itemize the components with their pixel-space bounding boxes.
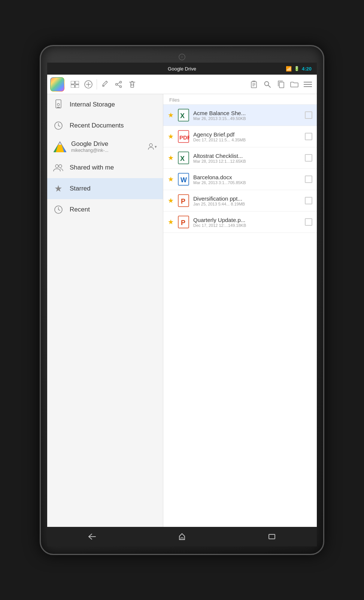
copy-button[interactable] [275, 78, 287, 90]
svg-line-19 [268, 85, 270, 87]
svg-text:PDF: PDF [179, 134, 189, 141]
file-meta-diversification-ppt: Jan 25, 2013 5:44... 8.19MB [193, 202, 302, 206]
file-type-icon-barcelona-docx: W [177, 172, 190, 186]
share-button[interactable] [113, 78, 125, 90]
file-type-icon-diversification-ppt: P [177, 194, 190, 207]
file-name-diversification-ppt: Diversification ppt... [193, 195, 302, 202]
svg-line-29 [58, 126, 60, 126]
star-icon-acme-balance[interactable]: ★ [168, 111, 174, 119]
drive-info: Google Drive mikechang@ink-... [71, 140, 143, 153]
recent-documents-icon [53, 120, 64, 131]
star-icon-barcelona-docx[interactable]: ★ [168, 175, 174, 183]
file-item-barcelona-docx[interactable]: ★ W Barcelona.docx Mar 26, 2013 3:1...70… [163, 169, 317, 190]
file-info-quarterly-update: Quarterly Update.p... Dec 17, 2012 12:..… [193, 217, 302, 228]
body-layout: Internal Storage Recent Documents [47, 94, 317, 527]
file-info-agency-brief: Agency Brief.pdf Dec 17, 2012 11:5... 4.… [193, 131, 302, 142]
battery-icon: 🔋 [294, 66, 300, 71]
sidebar: Internal Storage Recent Documents [47, 94, 163, 527]
internal-storage-label: Internal Storage [70, 101, 115, 108]
svg-point-34 [55, 165, 58, 168]
svg-point-35 [59, 165, 62, 168]
file-meta-agency-brief: Dec 17, 2012 11:5... 4.35MB [193, 138, 302, 142]
bottom-nav [47, 527, 317, 546]
camera [179, 54, 185, 60]
screen-area: Google Drive 📶 🔋 4:20 [47, 63, 317, 546]
svg-rect-53 [269, 534, 275, 539]
file-checkbox-quarterly-update[interactable] [305, 218, 312, 226]
file-type-icon-altostrat-checklist: X [177, 151, 190, 165]
svg-text:W: W [181, 176, 187, 184]
sidebar-item-starred[interactable]: ★ Starred [47, 178, 163, 199]
sidebar-item-shared-with-me[interactable]: Shared with me [47, 157, 163, 178]
svg-text:P: P [181, 198, 185, 205]
toolbar-separator-1 [97, 79, 97, 90]
starred-label: Starred [70, 185, 91, 192]
recent-label: Recent [70, 206, 90, 213]
recent-icon [53, 204, 64, 215]
file-info-acme-balance: Acme Balance She... Mar 26, 2013 3:15...… [193, 110, 302, 121]
file-checkbox-altostrat-checklist[interactable] [305, 154, 312, 162]
edit-button[interactable] [99, 78, 111, 90]
main-content: Internal Storage Recent Documents [47, 75, 317, 527]
file-checkbox-acme-balance[interactable] [305, 111, 312, 119]
internal-storage-icon [53, 99, 64, 110]
svg-text:X: X [180, 112, 185, 120]
clipboard-button[interactable] [248, 78, 260, 90]
app-icon[interactable] [50, 77, 64, 92]
tablet-device: Google Drive 📶 🔋 4:20 [40, 45, 324, 555]
file-item-diversification-ppt[interactable]: ★ P Diversification ppt... Jan 25, 2013 … [163, 190, 317, 212]
sidebar-item-recent-documents[interactable]: Recent Documents [47, 115, 163, 136]
status-bar: Google Drive 📶 🔋 4:20 [47, 63, 317, 75]
svg-point-26 [57, 104, 60, 106]
file-type-icon-quarterly-update: P [177, 215, 190, 229]
svg-text:P: P [181, 219, 185, 226]
drive-name: Google Drive [71, 140, 143, 148]
star-icon-altostrat-checklist[interactable]: ★ [168, 154, 174, 162]
shared-with-me-label: Shared with me [70, 164, 114, 171]
file-meta-acme-balance: Mar 26, 2013 3:15...49.50KB [193, 116, 302, 121]
svg-rect-52 [181, 538, 183, 540]
back-button[interactable] [85, 529, 100, 544]
file-meta-altostrat-checklist: Mar 28, 2013 12:1...12.65KB [193, 159, 302, 164]
svg-line-11 [117, 85, 120, 86]
files-panel: Files ★ X Acme Balance She... Mar 26, 20… [163, 94, 317, 527]
file-checkbox-diversification-ppt[interactable] [305, 197, 312, 204]
file-item-agency-brief[interactable]: ★ PDF Agency Brief.pdf Dec 17, 2012 11:5… [163, 126, 317, 147]
svg-text:X: X [180, 155, 185, 162]
file-item-quarterly-update[interactable]: ★ P Quarterly Update.p... Dec 17, 2012 1… [163, 212, 317, 233]
search-button[interactable] [261, 78, 273, 90]
drive-user-button[interactable]: ▾ [148, 143, 157, 150]
multiwindow-button[interactable] [69, 78, 81, 90]
menu-button[interactable] [302, 78, 314, 90]
file-name-agency-brief: Agency Brief.pdf [193, 131, 302, 138]
svg-point-8 [120, 86, 122, 87]
file-item-altostrat-checklist[interactable]: ★ X Altostrat Checklist... Mar 28, 2013 … [163, 147, 317, 169]
star-icon-diversification-ppt[interactable]: ★ [168, 196, 174, 205]
file-checkbox-agency-brief[interactable] [305, 133, 312, 140]
drive-account: mikechang@ink-... [71, 148, 143, 153]
svg-rect-24 [56, 100, 61, 108]
clock: 4:20 [302, 66, 312, 72]
google-drive-icon [53, 140, 67, 153]
sidebar-item-internal-storage[interactable]: Internal Storage [47, 94, 163, 115]
home-button[interactable] [175, 529, 189, 544]
add-button[interactable] [82, 78, 94, 90]
sidebar-item-google-drive[interactable]: Google Drive mikechang@ink-... ▾ [47, 136, 163, 157]
recent-apps-button[interactable] [264, 529, 279, 544]
folder-button[interactable] [288, 78, 300, 90]
file-meta-barcelona-docx: Mar 26, 2013 3:1...705.85KB [193, 180, 302, 185]
star-icon-quarterly-update[interactable]: ★ [168, 218, 174, 226]
file-name-acme-balance: Acme Balance She... [193, 110, 302, 116]
file-info-diversification-ppt: Diversification ppt... Jan 25, 2013 5:44… [193, 195, 302, 206]
wifi-icon: 📶 [286, 66, 292, 72]
svg-rect-2 [71, 85, 75, 88]
file-list: ★ X Acme Balance She... Mar 26, 2013 3:1… [163, 105, 317, 233]
star-icon-agency-brief[interactable]: ★ [168, 132, 174, 141]
trash-button[interactable] [126, 78, 138, 90]
file-item-acme-balance[interactable]: ★ X Acme Balance She... Mar 26, 2013 3:1… [163, 105, 317, 126]
sidebar-item-recent[interactable]: Recent [47, 199, 163, 220]
files-header: Files [163, 94, 317, 105]
file-checkbox-barcelona-docx[interactable] [305, 176, 312, 183]
toolbar [47, 75, 317, 94]
file-type-icon-acme-balance: X [177, 108, 190, 122]
